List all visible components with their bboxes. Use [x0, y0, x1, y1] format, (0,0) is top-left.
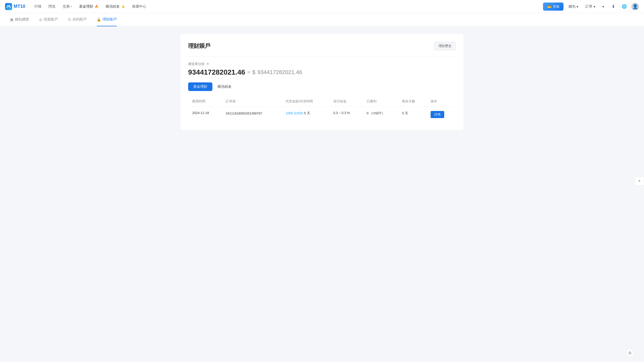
recharge-button[interactable]: 💳 充值 [543, 3, 563, 11]
more-dropdown[interactable]: ▾ [600, 4, 606, 10]
nav-item-mining[interactable]: 礦池鎖倉 [103, 3, 128, 10]
cell-remaining-days: 5 天 [398, 107, 427, 122]
assets-usd-symbol: $ [252, 69, 255, 76]
cell-earned: 0 （USDT） [363, 107, 398, 122]
sub-tab-mining[interactable]: 礦池鎖倉 [212, 82, 237, 91]
finance-account-icon: 🔒 [97, 17, 101, 21]
trade-chevron-icon: ▾ [71, 5, 72, 8]
detail-button[interactable]: 詳情 [431, 111, 444, 118]
wallet-overview-icon: ▦ [10, 17, 13, 21]
navbar-right: 💳 充值 錢包 ▾ 訂單 ▾ ▾ ⬇ 🌐 👤 [543, 3, 639, 11]
download-button[interactable]: ⬇ [609, 3, 617, 11]
nav-item-trade[interactable]: 交易 ▾ [60, 3, 75, 10]
cell-operation: 詳情 [427, 107, 456, 122]
cell-order-id: 24111818091551399787 [222, 107, 282, 122]
navbar: MT10 行情 閃兌 交易 ▾ 基金理財 礦池鎖倉 推廣中心 💳 充值 錢包 ▾ [0, 0, 644, 13]
cell-daily-yield: 0.3 ~ 0.3 % [329, 107, 363, 122]
logo-icon [5, 3, 12, 10]
download-icon: ⬇ [612, 4, 615, 9]
app-logo[interactable]: MT10 [5, 3, 25, 10]
col-earned: 已獲利 [363, 96, 398, 107]
table-body: 2024-11-18 24111818091551399787 1000 (US… [188, 107, 456, 122]
order-chevron-icon: ▾ [593, 5, 595, 9]
settings-button[interactable]: ⚙ [626, 349, 634, 357]
plus-icon: + [638, 179, 640, 183]
user-icon: 👤 [632, 4, 638, 9]
page-header: 理財賬戶 理財歷史 [188, 42, 456, 50]
assets-main-value: 934417282021.46 [188, 68, 245, 76]
total-assets-label: 總資產估值 👁 [188, 62, 456, 66]
account-tabs: ▦ 錢包總覽 ◎ 現貨賬戶 ⊡ 合約賬戶 🔒 理財賬戶 [0, 13, 644, 27]
avatar[interactable]: 👤 [631, 3, 639, 10]
main-content: 理財賬戶 理財歷史 總資產估值 👁 934417282021.46 ≈ $ 93… [170, 27, 474, 143]
col-custody-amount: 托管金額/托管時間 [282, 96, 329, 107]
order-dropdown[interactable]: 訂單 ▾ [583, 3, 597, 10]
page-title: 理財賬戶 [188, 42, 210, 50]
finance-table: 購買時間 訂單號 托管金額/托管時間 當日收益 已獲利 剩余天數 操作 2024… [188, 96, 456, 122]
table-row: 2024-11-18 24111818091551399787 1000 (US… [188, 107, 456, 122]
bottom-right: ⚙ [626, 349, 634, 357]
cell-purchase-time: 2024-11-18 [188, 107, 222, 122]
custody-amount-link[interactable]: 1000 (USD) [286, 111, 303, 115]
sub-tab-fund[interactable]: 基金理財 [188, 82, 212, 91]
contract-account-icon: ⊡ [68, 17, 71, 21]
divider-1 [188, 56, 456, 57]
spot-account-icon: ◎ [39, 17, 42, 21]
more-chevron-icon: ▾ [602, 5, 604, 9]
history-button[interactable]: 理財歷史 [434, 42, 456, 50]
col-remaining-days: 剩余天數 [398, 96, 427, 107]
nav-item-market[interactable]: 行情 [31, 3, 44, 10]
right-float-btn-plus[interactable]: + [635, 176, 644, 186]
tab-finance-account[interactable]: 🔒 理財賬戶 [97, 13, 117, 26]
order-id-value: 24111818091551399787 [226, 111, 278, 116]
globe-button[interactable]: 🌐 [620, 3, 628, 11]
table-header: 購買時間 訂單號 托管金額/托管時間 當日收益 已獲利 剩余天數 操作 [188, 96, 456, 107]
tab-wallet-overview[interactable]: ▦ 錢包總覽 [10, 13, 29, 26]
eye-icon[interactable]: 👁 [206, 62, 210, 66]
col-order-id: 訂單號 [222, 96, 282, 107]
col-operation: 操作 [427, 96, 456, 107]
col-daily-yield: 當日收益 [329, 96, 363, 107]
total-assets-value: 934417282021.46 ≈ $ 934417282021.46 [188, 68, 456, 76]
assets-usd-value: 934417282021.46 [257, 69, 302, 76]
right-float-panel: + [635, 176, 644, 186]
wallet-dropdown[interactable]: 錢包 ▾ [566, 3, 580, 10]
sub-tabs: 基金理財 礦池鎖倉 [188, 82, 456, 91]
nav-item-promo[interactable]: 推廣中心 [129, 3, 149, 10]
assets-approx-symbol: ≈ [247, 69, 250, 76]
globe-icon: 🌐 [622, 4, 627, 9]
col-purchase-time: 購買時間 [188, 96, 222, 107]
nav-item-flash[interactable]: 閃兌 [45, 3, 59, 10]
finance-card: 理財賬戶 理財歷史 總資產估值 👁 934417282021.46 ≈ $ 93… [181, 34, 463, 130]
app-name: MT10 [14, 4, 25, 9]
wallet-chevron-icon: ▾ [577, 5, 578, 9]
tab-contract-account[interactable]: ⊡ 合約賬戶 [68, 13, 87, 26]
cell-custody-amount: 1000 (USD) 5 天 [282, 107, 329, 122]
nav-items: 行情 閃兌 交易 ▾ 基金理財 礦池鎖倉 推廣中心 [31, 3, 543, 10]
recharge-icon: 💳 [547, 5, 551, 9]
tab-spot-account[interactable]: ◎ 現貨賬戶 [39, 13, 58, 26]
settings-icon: ⚙ [628, 351, 632, 355]
nav-item-fund[interactable]: 基金理財 [76, 3, 102, 10]
